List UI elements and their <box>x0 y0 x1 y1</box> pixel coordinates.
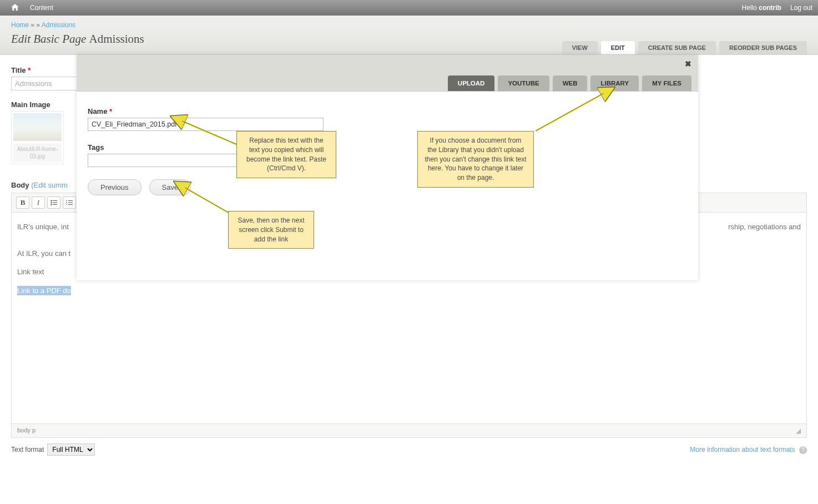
text-format-row: Text format Full HTML More information a… <box>11 443 807 456</box>
body-selected-text: Link to a PDF do <box>17 286 71 295</box>
text-format-label: Text format <box>11 446 44 453</box>
resize-grip-icon[interactable]: ◢ <box>796 427 801 435</box>
text-format-select[interactable]: Full HTML <box>47 443 95 456</box>
tab-create-sub[interactable]: CREATE SUB PAGE <box>638 41 716 54</box>
svg-rect-7 <box>68 200 73 201</box>
numbered-list-button[interactable] <box>63 196 76 209</box>
body-paragraph-1: ILR's unique, int <box>17 223 69 231</box>
italic-button[interactable]: I <box>32 196 45 209</box>
content-link[interactable]: Content <box>30 4 53 12</box>
help-icon[interactable]: ? <box>799 446 807 454</box>
home-icon <box>11 4 19 11</box>
main-image-thumb[interactable]: AboutILR-home-03.jpg <box>11 111 64 164</box>
svg-rect-3 <box>53 203 57 203</box>
arrow-to-name-input <box>178 117 239 150</box>
tab-edit[interactable]: EDIT <box>601 41 635 54</box>
annotation-replace-text: Replace this text with the text you copi… <box>236 131 336 178</box>
modal-buttons: Previous Save <box>88 179 687 195</box>
thumb-image <box>13 113 62 141</box>
svg-point-2 <box>51 202 52 203</box>
modal-tab-myfiles[interactable]: MY FILES <box>642 75 691 91</box>
svg-line-13 <box>182 121 236 144</box>
svg-rect-9 <box>68 203 73 203</box>
svg-line-15 <box>536 93 604 131</box>
tab-reorder-sub[interactable]: REORDER SUB PAGES <box>719 41 807 54</box>
modal-close-button[interactable]: ✖ <box>685 59 691 68</box>
svg-rect-6 <box>66 200 67 201</box>
annotation-save-note: Save, then on the next screen click Subm… <box>228 211 314 249</box>
svg-rect-1 <box>53 200 57 201</box>
thumb-caption: AboutILR-home-03.jpg <box>13 143 62 162</box>
arrow-to-save-button <box>180 183 236 216</box>
bold-button[interactable]: B <box>16 196 29 209</box>
home-link[interactable] <box>11 4 19 12</box>
breadcrumb: Home » » Admissions <box>11 21 807 29</box>
body-paragraph-1-tail: rship, negotiations and <box>728 221 801 233</box>
breadcrumb-sep: » » <box>29 21 42 29</box>
svg-rect-5 <box>53 204 57 205</box>
modal-header: ✖ UPLOAD YOUTUBE WEB LIBRARY MY FILES <box>77 55 698 92</box>
list-icon <box>51 200 57 205</box>
logout-link[interactable]: Log out <box>790 4 812 12</box>
bulleted-list-button[interactable] <box>47 196 60 209</box>
tab-view[interactable]: VIEW <box>562 41 598 54</box>
more-info-link[interactable]: More information about text formats <box>690 446 795 453</box>
body-label: Body (Edit summ <box>11 181 68 189</box>
svg-point-4 <box>51 204 52 205</box>
admin-topbar: Content Hello contrib Log out <box>0 0 818 16</box>
svg-rect-11 <box>68 204 73 205</box>
modal-tab-upload[interactable]: UPLOAD <box>448 75 495 91</box>
svg-rect-10 <box>66 204 67 205</box>
arrow-to-library-tab <box>533 89 610 133</box>
numlist-icon <box>66 200 73 205</box>
annotation-library-note: If you choose a document from the Librar… <box>417 131 534 188</box>
breadcrumb-home[interactable]: Home <box>11 21 29 29</box>
svg-point-0 <box>51 200 52 201</box>
wysiwyg-statusbar: body p ◢ <box>12 424 806 437</box>
page-header: Home » » Admissions Edit Basic Page Admi… <box>0 16 818 55</box>
breadcrumb-current[interactable]: Admissions <box>42 21 75 29</box>
hello-user: Hello contrib <box>742 4 781 12</box>
wysiwyg-path: body p <box>17 427 36 435</box>
page-tabs: VIEW EDIT CREATE SUB PAGE REORDER SUB PA… <box>562 41 807 54</box>
edit-summary-link[interactable]: (Edit summ <box>31 181 68 189</box>
svg-line-17 <box>185 188 230 214</box>
svg-rect-8 <box>66 202 67 203</box>
previous-button[interactable]: Previous <box>88 179 142 195</box>
